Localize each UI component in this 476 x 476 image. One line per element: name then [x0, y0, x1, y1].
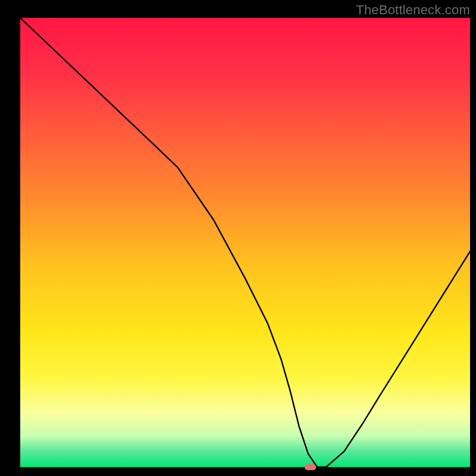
bottleneck-marker — [305, 464, 317, 471]
bottleneck-chart — [0, 0, 476, 476]
chart-frame: TheBottleneck.com — [0, 0, 476, 476]
plot-background — [20, 18, 470, 467]
